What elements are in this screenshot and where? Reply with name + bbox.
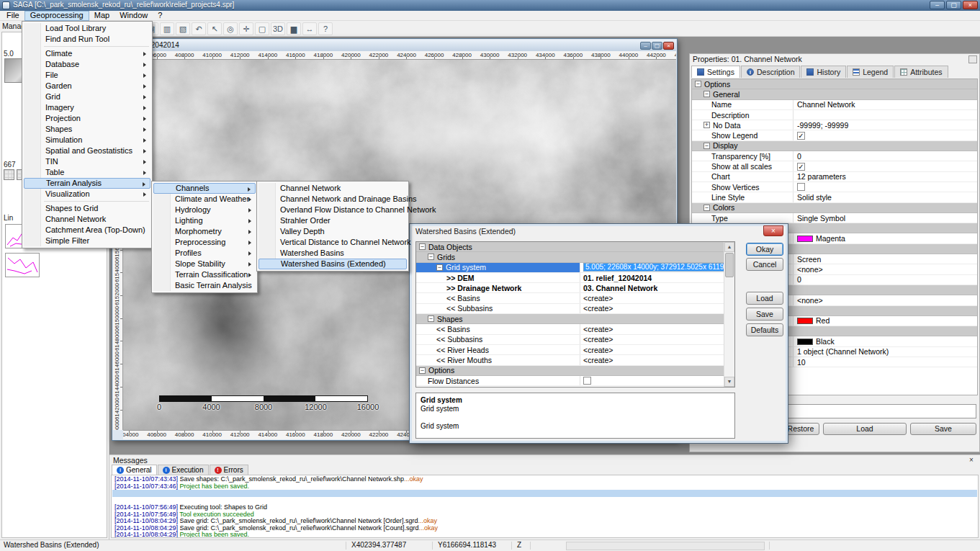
menu-item-file[interactable]: File	[24, 70, 150, 81]
menu-item-watershed-basins[interactable]: Watershed Basins	[259, 248, 407, 259]
property-row[interactable]: Chart12 parameters	[692, 172, 977, 182]
menu-item-channel-network[interactable]: Channel Network	[24, 214, 150, 225]
menu-geoprocessing[interactable]: Geoprocessing	[24, 11, 89, 21]
menu-item-shapes[interactable]: Shapes	[24, 124, 150, 135]
param-section[interactable]: Options	[416, 366, 724, 376]
menu-item-channel-network[interactable]: Channel Network	[259, 183, 407, 194]
menu-item-basic-terrain-analysis[interactable]: Basic Terrain Analysis	[153, 280, 256, 291]
property-row[interactable]: Show Legend	[692, 130, 977, 140]
menu-item-preprocessing[interactable]: Preprocessing	[153, 237, 256, 248]
tree-item-lines[interactable]: Lin	[4, 214, 13, 222]
property-section[interactable]: Display	[692, 141, 977, 151]
property-section[interactable]: Colors	[692, 203, 977, 213]
minimize-button[interactable]: –	[930, 1, 945, 9]
load-button[interactable]: Load	[823, 423, 907, 435]
menu-help[interactable]: ?	[153, 11, 167, 21]
tab-general[interactable]: General	[112, 465, 157, 475]
view-3d-icon[interactable]: 3D	[271, 22, 285, 35]
color-swatch[interactable]	[797, 339, 813, 345]
tree-item-count[interactable]: 667	[4, 161, 16, 169]
grid-system-combobox[interactable]: 5.005; 22608x 14000y; 372912.5025x 61192…	[583, 263, 724, 272]
log-output[interactable]: [2014-11-10/07:43:43] Save shapes: C:\_p…	[111, 475, 979, 538]
param-row[interactable]: Flow Distances	[416, 376, 724, 386]
menu-item-watershed-basins-extended[interactable]: Watershed Basins (Extended)	[259, 259, 407, 269]
collapse-icon[interactable]	[703, 91, 710, 97]
dialog-load-button[interactable]: Load	[746, 292, 783, 305]
checkbox-checked[interactable]	[797, 163, 805, 171]
tab-errors[interactable]: Errors	[210, 465, 248, 475]
checkbox-unchecked[interactable]	[797, 183, 805, 191]
tab-description[interactable]: Description	[741, 66, 801, 78]
collapse-icon[interactable]	[428, 315, 434, 322]
scrollbar[interactable]: ▲ ▼	[724, 242, 734, 387]
menu-map[interactable]: Map	[89, 11, 114, 21]
param-row[interactable]: << Subbasins<create>	[416, 335, 724, 345]
param-section[interactable]: Data Objects	[416, 242, 724, 252]
chart-icon[interactable]: ▆	[287, 22, 301, 35]
property-section[interactable]: Options	[692, 79, 977, 89]
param-section[interactable]: Grids	[416, 252, 724, 262]
tab-attributes[interactable]: Attributes	[894, 66, 948, 78]
save-button[interactable]: Save	[910, 423, 976, 435]
property-row[interactable]: NameChannel Network	[692, 100, 977, 110]
property-row[interactable]: Line StyleSolid style	[692, 192, 977, 202]
tab-execution[interactable]: Execution	[158, 465, 209, 475]
map-thumbnail[interactable]	[5, 253, 40, 277]
menu-item-slope-stability[interactable]: Slope Stability	[153, 259, 256, 269]
log-selected-line[interactable]	[112, 490, 977, 497]
menu-item-tin[interactable]: TIN	[24, 156, 150, 167]
maximize-button[interactable]: ▢	[946, 1, 961, 9]
menu-item-strahler-order[interactable]: Strahler Order	[259, 215, 407, 226]
property-row[interactable]: Show at all scales	[692, 161, 977, 171]
property-row[interactable]: No Data-99999; -99999	[692, 120, 977, 130]
menu-item-visualization[interactable]: Visualization	[24, 189, 150, 200]
menu-item-terrain-classification[interactable]: Terrain Classification	[153, 269, 256, 280]
measure-icon[interactable]: ↔	[302, 22, 317, 35]
collapse-icon[interactable]	[436, 264, 443, 271]
close-button[interactable]: ×	[963, 1, 978, 9]
checkbox-checked[interactable]	[797, 132, 805, 140]
map-minimize-button[interactable]: –	[640, 42, 651, 50]
menu-item-profiles[interactable]: Profiles	[153, 248, 256, 259]
param-row[interactable]: << Subbasins<create>	[416, 304, 724, 314]
menu-window[interactable]: Window	[114, 11, 153, 21]
menu-item-simple-filter[interactable]: Simple Filter	[24, 236, 150, 246]
menu-item-projection[interactable]: Projection	[24, 113, 150, 124]
dialog-close-button[interactable]: ×	[763, 225, 783, 236]
menu-item-garden[interactable]: Garden	[24, 81, 150, 91]
copy-icon[interactable]: ▥	[160, 22, 174, 35]
menu-item-valley-depth[interactable]: Valley Depth	[259, 226, 407, 237]
param-row[interactable]: << River Heads<create>	[416, 345, 724, 355]
checkbox-unchecked[interactable]	[583, 377, 591, 385]
pointer-tool-icon[interactable]: ↖	[207, 22, 222, 35]
param-row[interactable]: << Basins<create>	[416, 324, 724, 334]
param-row[interactable]: << Basins<create>	[416, 293, 724, 303]
menu-item-imagery[interactable]: Imagery	[24, 102, 150, 113]
menu-item-spatial-and-geostatistics[interactable]: Spatial and Geostatistics	[24, 145, 150, 156]
collapse-icon[interactable]	[703, 143, 710, 149]
pan-tool-icon[interactable]: ✛	[239, 22, 253, 35]
tree-item-grid-system[interactable]: 5.0	[4, 50, 14, 58]
param-row[interactable]: >> DEM01. relief_12042014	[416, 273, 724, 283]
menu-item-morphometry[interactable]: Morphometry	[153, 226, 256, 237]
scroll-up-icon[interactable]: ▲	[724, 242, 734, 252]
map-close-button[interactable]: ×	[663, 42, 674, 50]
menu-item-database[interactable]: Database	[24, 59, 150, 70]
menu-item-climate[interactable]: Climate	[24, 48, 150, 59]
color-swatch[interactable]	[797, 318, 813, 324]
menu-item-terrain-analysis[interactable]: Terrain Analysis	[24, 178, 150, 189]
collapse-icon[interactable]	[419, 367, 426, 374]
color-swatch[interactable]	[797, 236, 813, 242]
property-section[interactable]: General	[692, 89, 977, 99]
expand-icon[interactable]	[703, 122, 710, 128]
scrollbar-thumb[interactable]	[725, 253, 734, 277]
map-window-titlebar[interactable]: relief_12042014 – ▢ ×	[113, 40, 676, 51]
property-row[interactable]: Description	[692, 110, 977, 120]
menu-item-channels[interactable]: Channels	[153, 183, 256, 194]
menu-item-shapes-to-grid[interactable]: Shapes to Grid	[24, 203, 150, 214]
scroll-down-icon[interactable]: ▼	[724, 377, 734, 387]
collapse-icon[interactable]	[703, 205, 710, 211]
menu-item-hydrology[interactable]: Hydrology	[153, 205, 256, 215]
param-row[interactable]: << River Mouths<create>	[416, 355, 724, 365]
collapse-icon[interactable]	[695, 81, 701, 87]
